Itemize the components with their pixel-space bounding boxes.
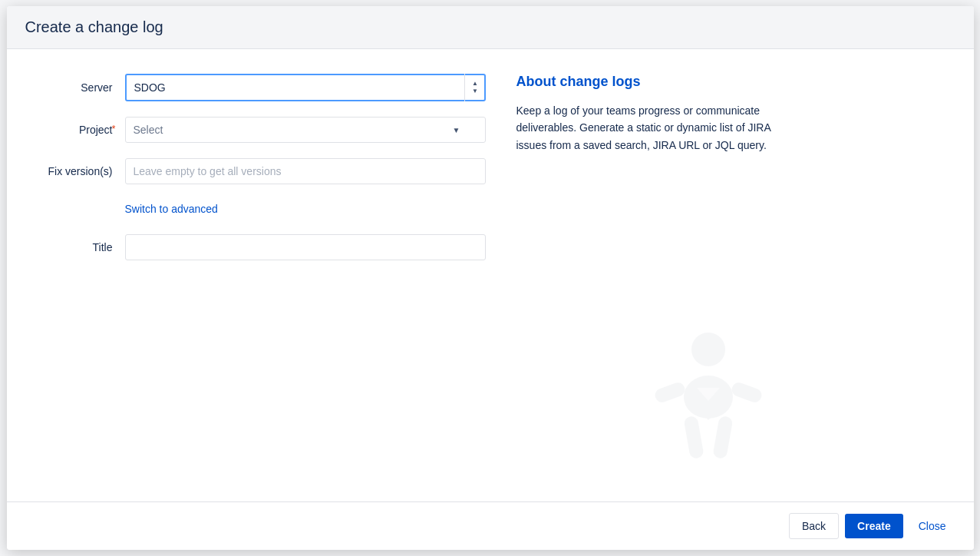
title-row: Title — [25, 234, 486, 260]
form-section: Server SDOG ▲ ▼ Project — [25, 74, 486, 477]
project-control: Select ▼ — [125, 117, 486, 143]
fix-version-control — [125, 158, 486, 184]
switch-to-advanced-link[interactable]: Switch to advanced — [125, 203, 218, 215]
switch-link-row: Switch to advanced — [25, 200, 486, 216]
close-button[interactable]: Close — [909, 514, 955, 538]
jira-logo — [632, 320, 785, 492]
chevron-down-icon: ▼ — [453, 126, 460, 134]
server-select-wrapper: SDOG ▲ ▼ — [125, 74, 486, 101]
fix-version-row: Fix version(s) — [25, 158, 486, 184]
project-row: Project * Select ▼ — [25, 117, 486, 143]
server-row: Server SDOG ▲ ▼ — [25, 74, 486, 101]
svg-rect-5 — [683, 415, 704, 459]
dialog-title: Create a change log — [25, 18, 955, 36]
project-label: Project * — [25, 124, 125, 136]
svg-point-0 — [691, 333, 725, 366]
about-body: Keep a log of your teams progress or com… — [516, 102, 777, 154]
dialog-header: Create a change log — [7, 6, 974, 49]
title-label: Title — [25, 241, 125, 253]
fix-version-input[interactable] — [125, 158, 486, 184]
project-select-value: Select — [134, 124, 163, 136]
svg-rect-6 — [712, 415, 733, 459]
required-indicator: * — [112, 124, 116, 134]
project-select-display[interactable]: Select ▼ — [125, 117, 486, 143]
dialog-footer: Back Create Close — [7, 501, 974, 550]
about-section: About change logs Keep a log of your tea… — [516, 74, 777, 477]
create-button[interactable]: Create — [845, 514, 903, 538]
svg-rect-3 — [653, 381, 687, 405]
back-button[interactable]: Back — [789, 513, 839, 539]
title-input[interactable] — [125, 234, 486, 260]
fix-version-label: Fix version(s) — [25, 165, 125, 177]
project-select[interactable]: Select ▼ — [125, 117, 486, 143]
create-changelog-dialog: Create a change log Server SDOG ▲ ▼ — [7, 6, 974, 550]
server-select[interactable]: SDOG — [125, 74, 486, 101]
dialog-body: Server SDOG ▲ ▼ Project — [7, 49, 974, 501]
svg-rect-4 — [730, 381, 764, 405]
about-heading: About change logs — [516, 74, 777, 90]
title-control — [125, 234, 486, 260]
server-control: SDOG ▲ ▼ — [125, 74, 486, 101]
server-label: Server — [25, 81, 125, 94]
